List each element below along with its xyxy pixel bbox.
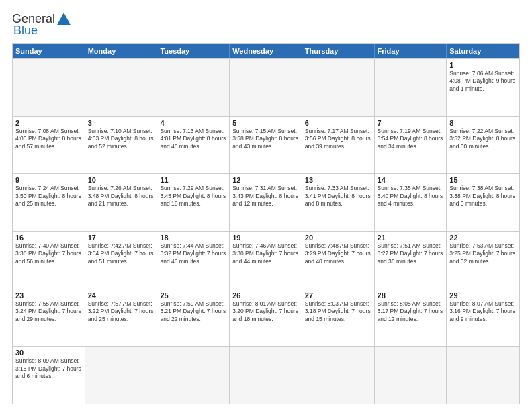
calendar-cell: 27Sunrise: 8:03 AM Sunset: 3:18 PM Dayli… [302,289,375,347]
day-number: 5 [232,119,299,127]
calendar-row: 16Sunrise: 7:40 AM Sunset: 3:36 PM Dayli… [13,231,519,289]
calendar-cell: 12Sunrise: 7:31 AM Sunset: 3:43 PM Dayli… [230,174,302,231]
day-number: 20 [305,234,371,242]
calendar: SundayMondayTuesdayWednesdayThursdayFrid… [12,43,520,404]
day-info: Sunrise: 7:24 AM Sunset: 3:50 PM Dayligh… [15,185,82,208]
calendar-cell: 10Sunrise: 7:26 AM Sunset: 3:48 PM Dayli… [85,174,158,231]
day-number: 13 [305,176,371,184]
day-info: Sunrise: 8:01 AM Sunset: 3:20 PM Dayligh… [232,300,299,323]
day-number: 25 [160,291,226,300]
calendar-cell [302,347,375,404]
day-number: 27 [305,291,371,300]
day-info: Sunrise: 7:31 AM Sunset: 3:43 PM Dayligh… [232,185,299,208]
calendar-cell: 21Sunrise: 7:51 AM Sunset: 3:27 PM Dayli… [375,232,447,289]
calendar-cell [85,59,158,116]
day-number: 9 [15,176,82,184]
day-info: Sunrise: 7:44 AM Sunset: 3:32 PM Dayligh… [160,242,226,265]
day-number: 8 [449,119,517,127]
calendar-cell [447,347,519,404]
calendar-cell: 3Sunrise: 7:10 AM Sunset: 4:03 PM Daylig… [85,117,158,174]
calendar-cell: 29Sunrise: 8:07 AM Sunset: 3:16 PM Dayli… [447,289,519,347]
weekday-header: Sunday [13,44,85,58]
day-info: Sunrise: 7:57 AM Sunset: 3:22 PM Dayligh… [88,300,154,323]
day-info: Sunrise: 7:17 AM Sunset: 3:56 PM Dayligh… [305,128,371,150]
calendar-page: General Blue SundayMondayTuesdayWednesda… [0,0,532,411]
weekday-header: Friday [375,44,447,58]
calendar-row: 1Sunrise: 7:06 AM Sunset: 4:08 PM Daylig… [13,58,519,116]
day-number: 19 [232,234,299,242]
calendar-cell: 5Sunrise: 7:15 AM Sunset: 3:58 PM Daylig… [230,117,302,174]
calendar-cell: 4Sunrise: 7:13 AM Sunset: 4:01 PM Daylig… [157,117,230,174]
calendar-cell: 16Sunrise: 7:40 AM Sunset: 3:36 PM Dayli… [13,232,85,289]
day-number: 16 [15,234,82,242]
day-number: 30 [15,349,82,357]
day-number: 3 [88,119,154,127]
calendar-cell: 17Sunrise: 7:42 AM Sunset: 3:34 PM Dayli… [85,232,158,289]
day-number: 21 [378,234,444,242]
calendar-cell [375,59,447,116]
day-info: Sunrise: 7:40 AM Sunset: 3:36 PM Dayligh… [15,242,82,265]
calendar-cell [302,59,375,116]
calendar-cell: 18Sunrise: 7:44 AM Sunset: 3:32 PM Dayli… [157,232,230,289]
day-info: Sunrise: 8:07 AM Sunset: 3:16 PM Dayligh… [449,300,517,323]
day-number: 4 [160,119,226,127]
day-info: Sunrise: 7:29 AM Sunset: 3:45 PM Dayligh… [160,185,226,208]
calendar-body: 1Sunrise: 7:06 AM Sunset: 4:08 PM Daylig… [13,58,519,404]
weekday-header: Saturday [447,44,519,58]
calendar-row: 9Sunrise: 7:24 AM Sunset: 3:50 PM Daylig… [13,173,519,231]
calendar-cell [13,59,85,116]
calendar-row: 23Sunrise: 7:55 AM Sunset: 3:24 PM Dayli… [13,289,519,347]
day-info: Sunrise: 8:03 AM Sunset: 3:18 PM Dayligh… [305,300,371,323]
day-number: 10 [88,176,154,184]
calendar-cell: 8Sunrise: 7:22 AM Sunset: 3:52 PM Daylig… [447,117,519,174]
calendar-header: SundayMondayTuesdayWednesdayThursdayFrid… [13,44,519,58]
day-number: 1 [449,61,517,69]
logo-icon [56,12,71,26]
calendar-cell: 2Sunrise: 7:08 AM Sunset: 4:05 PM Daylig… [13,117,85,174]
day-info: Sunrise: 7:38 AM Sunset: 3:38 PM Dayligh… [449,185,517,208]
day-number: 28 [378,291,444,300]
day-number: 14 [378,176,444,184]
day-number: 22 [449,234,517,242]
calendar-cell: 1Sunrise: 7:06 AM Sunset: 4:08 PM Daylig… [447,59,519,116]
day-info: Sunrise: 7:22 AM Sunset: 3:52 PM Dayligh… [449,128,517,150]
day-info: Sunrise: 7:26 AM Sunset: 3:48 PM Dayligh… [88,185,154,208]
weekday-header: Wednesday [230,44,302,58]
svg-marker-0 [57,13,71,25]
calendar-cell: 26Sunrise: 8:01 AM Sunset: 3:20 PM Dayli… [230,289,302,347]
calendar-cell [375,347,447,404]
calendar-cell: 20Sunrise: 7:48 AM Sunset: 3:29 PM Dayli… [302,232,375,289]
day-number: 7 [378,119,444,127]
weekday-header: Tuesday [157,44,230,58]
day-number: 23 [15,291,82,300]
day-number: 29 [449,291,517,300]
day-info: Sunrise: 7:48 AM Sunset: 3:29 PM Dayligh… [305,242,371,265]
calendar-cell: 9Sunrise: 7:24 AM Sunset: 3:50 PM Daylig… [13,174,85,231]
day-number: 6 [305,119,371,127]
calendar-row: 2Sunrise: 7:08 AM Sunset: 4:05 PM Daylig… [13,116,519,174]
day-info: Sunrise: 7:19 AM Sunset: 3:54 PM Dayligh… [378,128,444,150]
day-info: Sunrise: 8:05 AM Sunset: 3:17 PM Dayligh… [378,300,444,323]
weekday-header: Monday [85,44,158,58]
logo: General Blue [12,12,71,38]
logo-blue: Blue [13,24,38,38]
calendar-row: 30Sunrise: 8:09 AM Sunset: 3:15 PM Dayli… [13,346,519,404]
day-info: Sunrise: 7:51 AM Sunset: 3:27 PM Dayligh… [378,242,444,265]
calendar-cell [230,59,302,116]
day-info: Sunrise: 7:33 AM Sunset: 3:41 PM Dayligh… [305,185,371,208]
day-info: Sunrise: 7:15 AM Sunset: 3:58 PM Dayligh… [232,128,299,150]
calendar-cell: 24Sunrise: 7:57 AM Sunset: 3:22 PM Dayli… [85,289,158,347]
day-info: Sunrise: 7:06 AM Sunset: 4:08 PM Dayligh… [449,70,517,93]
day-number: 11 [160,176,226,184]
day-number: 12 [232,176,299,184]
day-info: Sunrise: 7:13 AM Sunset: 4:01 PM Dayligh… [160,128,226,150]
calendar-cell [157,347,230,404]
day-number: 2 [15,119,82,127]
day-info: Sunrise: 7:35 AM Sunset: 3:40 PM Dayligh… [378,185,444,208]
day-info: Sunrise: 7:55 AM Sunset: 3:24 PM Dayligh… [15,300,82,323]
day-number: 26 [232,291,299,300]
day-number: 18 [160,234,226,242]
day-info: Sunrise: 7:08 AM Sunset: 4:05 PM Dayligh… [15,128,82,150]
calendar-cell: 14Sunrise: 7:35 AM Sunset: 3:40 PM Dayli… [375,174,447,231]
header: General Blue [12,12,520,38]
